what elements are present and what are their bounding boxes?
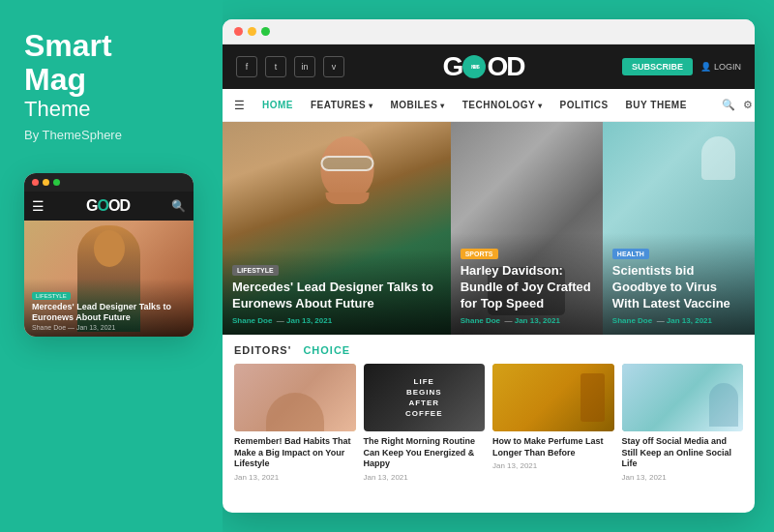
editors-section: EDITORS' CHOICE Remember! Bad Habits Tha… [223, 335, 755, 513]
nav-item-features[interactable]: FEATURES [311, 100, 372, 110]
login-button[interactable]: 👤 LOGIN [700, 62, 741, 72]
editor-card-img-1 [234, 364, 356, 431]
editor-card-date-2: Jan 13, 2021 [364, 473, 486, 482]
nav-search-icon[interactable]: 🔍 [722, 99, 735, 111]
editor-card-3[interactable]: How to Make Perfume Last Longer Than Bef… [492, 364, 614, 482]
editor-card-title-2: The Right Morning Routine Can Keep You E… [364, 436, 486, 470]
nav-hamburger-icon[interactable]: ☰ [234, 99, 245, 112]
mobile-meta: Shane Doe — Jan 13, 2021 [32, 324, 186, 331]
person-glasses [320, 156, 373, 171]
mobile-hero-overlay: LIFESTYLE Mercedes' Lead Designer Talks … [24, 279, 194, 338]
social-vimeo[interactable]: v [323, 56, 344, 77]
nav-icons: 🔍 ⚙ [722, 99, 753, 111]
mobile-logo: GOOD [86, 197, 130, 215]
browser-chrome [223, 19, 755, 44]
nav-item-buy-theme[interactable]: BUY THEME [626, 100, 687, 110]
editors-grid: Remember! Bad Habits That Make a Big Imp… [234, 364, 743, 482]
hero-right-overlay: HEALTH Scientists bid Goodbye to Virus W… [603, 233, 755, 335]
editor-card-img-2: LIFE BEGINS AFTER COFFEE [364, 364, 486, 431]
editor-card-title-3: How to Make Perfume Last Longer Than Bef… [492, 436, 614, 458]
editor-card-title-4: Stay off Social Media and Still Keep an … [622, 436, 744, 470]
editors-label: EDITORS' [234, 344, 291, 356]
mobile-dot-yellow [43, 179, 49, 186]
social-facebook[interactable]: f [236, 56, 257, 77]
hero-mid-meta: Shane Doe — Jan 13, 2021 [461, 316, 593, 325]
user-icon: 👤 [700, 62, 711, 72]
nav-settings-icon[interactable]: ⚙ [743, 99, 753, 111]
brand-subtitle: Theme [24, 97, 90, 122]
hero-mid-overlay: SPORTS Harley Davidson: Bundle of Joy Cr… [451, 233, 603, 335]
editor-card-date-4: Jan 13, 2021 [622, 473, 744, 482]
nav-item-politics[interactable]: POLITICS [559, 100, 608, 110]
editor-card-1[interactable]: Remember! Bad Habits That Make a Big Imp… [234, 364, 356, 482]
chrome-dot-yellow [248, 27, 256, 36]
logo-o: NEWS [462, 55, 486, 78]
social-instagram[interactable]: in [294, 56, 315, 77]
hero-main-title: Mercedes' Lead Designer Talks to Euronew… [232, 280, 441, 312]
hero-badge-lifestyle: LIFESTYLE [232, 265, 279, 276]
social-twitter[interactable]: t [265, 56, 286, 77]
site-logo: G NEWS OD [443, 51, 524, 82]
editor-card-img-3 [492, 364, 614, 431]
mobile-preview: ☰ GOOD 🔍 LIFESTYLE Mercedes' Lead Design… [24, 173, 194, 337]
chrome-dot-red [234, 27, 243, 36]
nav-item-mobiles[interactable]: MOBILES [390, 100, 444, 110]
left-panel: Smart Mag Theme By ThemeSphere ☰ GOOD 🔍 … [0, 0, 223, 532]
hero-badge-sports: SPORTS [461, 249, 498, 259]
hero-badge-health: HEALTH [612, 249, 649, 259]
brand-by: By ThemeSphere [24, 128, 122, 142]
mobile-dot-green [53, 179, 60, 186]
coffee-text: LIFE BEGINS AFTER COFFEE [364, 364, 486, 431]
editor-card-date-3: Jan 13, 2021 [492, 461, 614, 470]
mobile-search-icon: 🔍 [171, 199, 186, 213]
brand-name: Smart Mag [24, 29, 112, 97]
hero-mid-title: Harley Davidson: Bundle of Joy Crafted f… [461, 263, 593, 312]
mobile-dot-red [32, 179, 39, 186]
editor-card-4[interactable]: Stay off Social Media and Still Keep an … [622, 364, 744, 482]
editor-card-title-1: Remember! Bad Habits That Make a Big Imp… [234, 436, 356, 470]
logo-news: NEWS [471, 64, 478, 70]
mobile-top-bar [24, 173, 194, 192]
hero-section: LIFESTYLE Mercedes' Lead Designer Talks … [223, 122, 755, 335]
chrome-dot-green [261, 27, 270, 36]
hero-card-mid[interactable]: SPORTS Harley Davidson: Bundle of Joy Cr… [451, 122, 603, 335]
editor-card-img-4 [622, 364, 744, 431]
browser-window: f t in v G NEWS OD SUBSCRIBE 👤 LOGIN ☰ H… [223, 19, 755, 513]
editor-card-2[interactable]: LIFE BEGINS AFTER COFFEE The Right Morni… [364, 364, 486, 482]
hero-main-meta: Shane Doe — Jan 13, 2021 [232, 316, 441, 325]
subscribe-button[interactable]: SUBSCRIBE [622, 58, 693, 75]
hero-main-overlay: LIFESTYLE Mercedes' Lead Designer Talks … [223, 250, 451, 335]
editor-card-date-1: Jan 13, 2021 [234, 473, 356, 482]
site-nav: ☰ HOME FEATURES MOBILES TECHNOLOGY POLIT… [223, 89, 755, 122]
mobile-hero: LIFESTYLE Mercedes' Lead Designer Talks … [24, 221, 194, 337]
hero-card-main[interactable]: LIFESTYLE Mercedes' Lead Designer Talks … [223, 122, 451, 335]
header-socials: f t in v [236, 56, 344, 77]
hamburger-icon: ☰ [32, 198, 45, 214]
editors-header: EDITORS' CHOICE [234, 344, 743, 356]
nav-item-technology[interactable]: TECHNOLOGY [462, 100, 543, 110]
mobile-headline: Mercedes' Lead Designer Talks to Euronew… [32, 302, 186, 323]
mobile-badge: LIFESTYLE [32, 292, 71, 300]
header-right: SUBSCRIBE 👤 LOGIN [622, 58, 741, 75]
site-header: f t in v G NEWS OD SUBSCRIBE 👤 LOGIN [223, 44, 755, 89]
hero-card-right[interactable]: HEALTH Scientists bid Goodbye to Virus W… [603, 122, 755, 335]
hero-right-meta: Shane Doe — Jan 13, 2021 [612, 316, 745, 325]
hero-right-title: Scientists bid Goodbye to Virus With Lat… [612, 263, 745, 312]
nav-item-home[interactable]: HOME [262, 100, 293, 110]
choice-label: CHOICE [303, 344, 350, 356]
mobile-nav: ☰ GOOD 🔍 [24, 192, 194, 221]
